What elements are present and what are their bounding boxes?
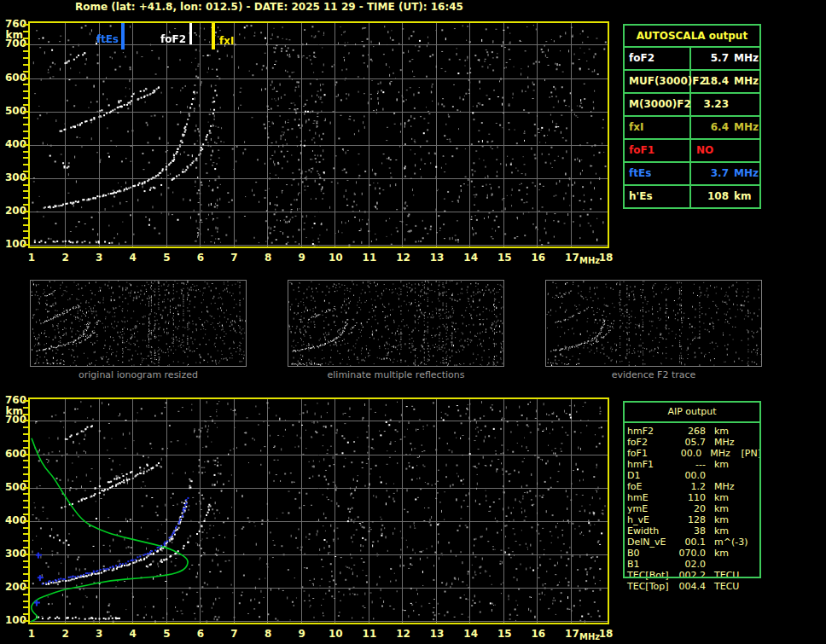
x-tick-label: 15 <box>494 252 515 264</box>
aip-output-table: AIP output hmF2268kmfoF205.7MHzfoF100.0M… <box>623 401 761 592</box>
autoscala-row-value: 18.4MHz <box>691 71 759 92</box>
y-axis-tick <box>23 554 28 555</box>
x-tick-label: 7 <box>224 252 245 264</box>
autoscala-row-label: h'Es <box>625 186 691 207</box>
x-tick-label: 9 <box>292 629 312 640</box>
y-axis-tick <box>23 197 28 199</box>
aip-num: 070.0 <box>677 548 706 559</box>
aip-note <box>745 581 761 592</box>
x-tick-label: 9 <box>292 252 312 264</box>
aip-row-ymE: ymE20km <box>623 503 761 514</box>
aip-num: 38 <box>677 525 706 537</box>
aip-num: 004.4 <box>677 581 706 592</box>
aip-label: hmF2 <box>623 426 677 437</box>
y-axis-tick <box>23 151 28 153</box>
aip-table-rows: hmF2268kmfoF205.7MHzfoF100.0MHz[PN]hmF1-… <box>623 423 761 592</box>
y-axis-tick <box>23 164 28 165</box>
aip-unit: MHz <box>701 448 739 459</box>
x-tick-label: 2 <box>55 629 76 640</box>
aip-note <box>745 437 761 448</box>
aip-unit <box>706 559 745 570</box>
aip-note: [PN] <box>740 448 761 459</box>
x-tick-label: 10 <box>325 252 346 264</box>
aip-label: TEC[Top] <box>623 581 677 592</box>
y-axis-tick <box>23 90 28 92</box>
thumbnail-eliminate-reflections <box>288 280 504 367</box>
autoscala-row-label: MUF(3000)F2 <box>625 71 691 92</box>
aip-note <box>745 548 761 559</box>
x-tick-label: 3 <box>89 629 109 640</box>
aip-note <box>745 570 761 581</box>
autoscala-row-fxI: fxI6.4MHz <box>625 117 759 140</box>
aip-row-hvE: h_vE128km <box>623 514 761 525</box>
x-tick-label: 5 <box>156 629 177 640</box>
y-axis-tick <box>23 137 28 139</box>
aip-unit: m^(-3) <box>706 537 745 548</box>
y-axis-tick <box>23 426 28 428</box>
y-axis-tick <box>23 24 28 26</box>
aip-note <box>745 503 761 514</box>
aip-note <box>745 470 761 481</box>
autoscala-output-table: AUTOSCALA output foF25.7MHzMUF(3000)F218… <box>623 24 761 209</box>
aip-num: 05.7 <box>677 437 706 448</box>
y-axis-tick <box>23 487 28 489</box>
aip-row-B0: B0070.0km <box>623 548 761 559</box>
x-axis-unit-label: MHz <box>579 256 600 265</box>
aip-label: B1 <box>623 559 677 570</box>
aip-note <box>745 525 761 537</box>
x-tick-label: 5 <box>156 252 177 264</box>
aip-unit: TECU <box>706 570 745 581</box>
autoscala-row-label: foF2 <box>625 48 691 69</box>
aip-unit: MHz <box>706 437 745 448</box>
y-axis-tick <box>23 600 28 602</box>
aip-row-hmF2: hmF2268km <box>623 426 761 437</box>
y-axis-tick <box>23 520 28 522</box>
x-tick-label: 1 <box>21 252 42 264</box>
y-axis-tick <box>23 218 28 219</box>
aip-label: DelN_vE <box>623 537 677 548</box>
y-axis-tick <box>23 211 28 212</box>
aip-row-D1: D100.0 <box>623 470 761 481</box>
autoscala-row-foF1: foF1NO <box>625 140 759 163</box>
y-axis-tick <box>23 84 28 85</box>
x-tick-label: 12 <box>393 629 413 640</box>
aip-unit <box>706 470 745 481</box>
autoscala-row-value: 3.23 <box>691 94 759 115</box>
autoscala-row-M3000F2: M(3000)F23.23 <box>625 94 759 117</box>
x-tick-label: 11 <box>359 252 380 264</box>
y-axis-tick <box>23 38 28 39</box>
y-axis-tick <box>23 566 28 568</box>
y-axis-tick <box>23 573 28 575</box>
aip-num: --- <box>677 459 706 470</box>
aip-label: foF2 <box>623 437 677 448</box>
y-axis-tick <box>23 177 28 179</box>
aip-unit: km <box>706 548 745 559</box>
y-axis-tick <box>23 64 28 66</box>
aip-note <box>745 481 761 492</box>
aip-num: 00.0 <box>674 448 701 459</box>
x-tick-label: 16 <box>528 629 549 640</box>
x-tick-label: 1 <box>21 629 42 640</box>
aip-row-TECBot: TEC[Bot]002.2TECU <box>623 570 761 581</box>
thumbnail-caption-original: original ionogram resized <box>30 370 247 380</box>
y-axis-tick <box>23 560 28 562</box>
autoscala-row-value: 6.4MHz <box>691 117 759 138</box>
y-axis-tick <box>23 171 28 172</box>
station-date-title: Rome (lat: +41.8, lon: 012.5) - DATE: 20… <box>75 1 463 13</box>
thumbnail-caption-evidence: evidence F2 trace <box>545 370 762 380</box>
y-axis-tick <box>23 224 28 226</box>
y-axis-tick <box>23 204 28 206</box>
y-axis-tick <box>23 230 28 232</box>
x-tick-label: 13 <box>427 629 447 640</box>
y-axis-tick <box>23 473 28 475</box>
autoscala-row-label: ftEs <box>625 163 691 184</box>
aip-label: hmE <box>623 492 677 503</box>
thumbnail-caption-eliminate: eliminate multiple reflections <box>288 370 504 380</box>
aip-unit: km <box>706 492 745 503</box>
x-tick-label: 7 <box>224 629 245 640</box>
y-axis-tick <box>23 104 28 106</box>
x-tick-label: 16 <box>528 252 549 264</box>
aip-row-DelNvE: DelN_vE00.1m^(-3) <box>623 537 761 548</box>
y-axis-tick <box>23 587 28 589</box>
y-axis-tick <box>23 157 28 159</box>
